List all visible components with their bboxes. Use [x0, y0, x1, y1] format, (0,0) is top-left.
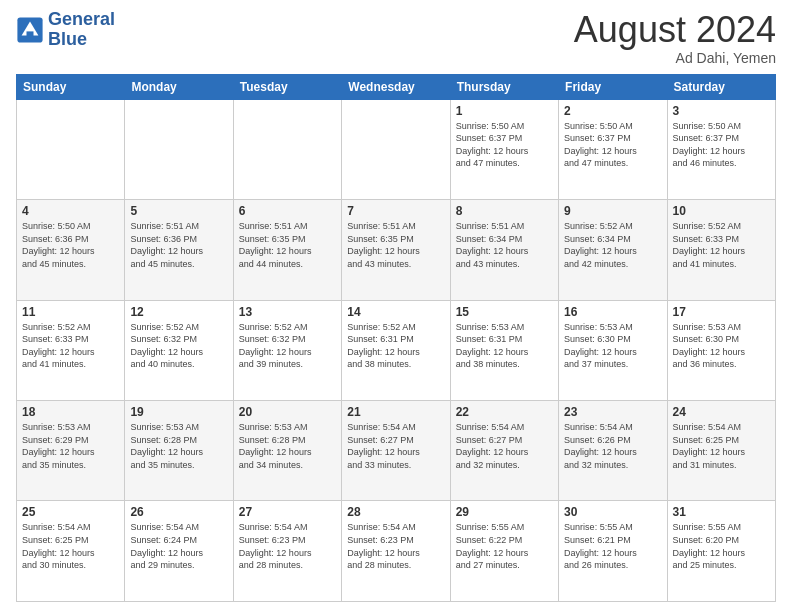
day-info: Sunrise: 5:55 AM Sunset: 6:22 PM Dayligh…: [456, 521, 553, 571]
day-number: 23: [564, 405, 661, 419]
day-number: 10: [673, 204, 770, 218]
day-number: 1: [456, 104, 553, 118]
day-number: 20: [239, 405, 336, 419]
day-number: 14: [347, 305, 444, 319]
day-number: 18: [22, 405, 119, 419]
day-info: Sunrise: 5:51 AM Sunset: 6:36 PM Dayligh…: [130, 220, 227, 270]
day-number: 22: [456, 405, 553, 419]
day-info: Sunrise: 5:50 AM Sunset: 6:36 PM Dayligh…: [22, 220, 119, 270]
day-number: 5: [130, 204, 227, 218]
day-number: 25: [22, 505, 119, 519]
day-number: 6: [239, 204, 336, 218]
day-info: Sunrise: 5:54 AM Sunset: 6:25 PM Dayligh…: [673, 421, 770, 471]
day-info: Sunrise: 5:52 AM Sunset: 6:33 PM Dayligh…: [22, 321, 119, 371]
calendar-cell: 12Sunrise: 5:52 AM Sunset: 6:32 PM Dayli…: [125, 300, 233, 400]
header: General Blue August 2024 Ad Dahi, Yemen: [16, 10, 776, 66]
col-friday: Friday: [559, 74, 667, 99]
col-tuesday: Tuesday: [233, 74, 341, 99]
day-number: 26: [130, 505, 227, 519]
title-block: August 2024 Ad Dahi, Yemen: [574, 10, 776, 66]
calendar-cell: [342, 99, 450, 199]
calendar-cell: 7Sunrise: 5:51 AM Sunset: 6:35 PM Daylig…: [342, 200, 450, 300]
calendar-cell: 6Sunrise: 5:51 AM Sunset: 6:35 PM Daylig…: [233, 200, 341, 300]
day-info: Sunrise: 5:53 AM Sunset: 6:29 PM Dayligh…: [22, 421, 119, 471]
day-info: Sunrise: 5:55 AM Sunset: 6:20 PM Dayligh…: [673, 521, 770, 571]
logo-line1: General: [48, 10, 115, 30]
calendar-cell: 8Sunrise: 5:51 AM Sunset: 6:34 PM Daylig…: [450, 200, 558, 300]
day-number: 24: [673, 405, 770, 419]
calendar-table: Sunday Monday Tuesday Wednesday Thursday…: [16, 74, 776, 602]
calendar-cell: 9Sunrise: 5:52 AM Sunset: 6:34 PM Daylig…: [559, 200, 667, 300]
day-number: 21: [347, 405, 444, 419]
calendar-cell: 27Sunrise: 5:54 AM Sunset: 6:23 PM Dayli…: [233, 501, 341, 602]
calendar-cell: 17Sunrise: 5:53 AM Sunset: 6:30 PM Dayli…: [667, 300, 775, 400]
logo-line2: Blue: [48, 30, 115, 50]
calendar-cell: 26Sunrise: 5:54 AM Sunset: 6:24 PM Dayli…: [125, 501, 233, 602]
calendar-cell: 19Sunrise: 5:53 AM Sunset: 6:28 PM Dayli…: [125, 401, 233, 501]
calendar-week-1: 1Sunrise: 5:50 AM Sunset: 6:37 PM Daylig…: [17, 99, 776, 199]
day-number: 17: [673, 305, 770, 319]
day-info: Sunrise: 5:54 AM Sunset: 6:25 PM Dayligh…: [22, 521, 119, 571]
calendar-week-5: 25Sunrise: 5:54 AM Sunset: 6:25 PM Dayli…: [17, 501, 776, 602]
calendar-cell: 30Sunrise: 5:55 AM Sunset: 6:21 PM Dayli…: [559, 501, 667, 602]
day-number: 3: [673, 104, 770, 118]
day-number: 11: [22, 305, 119, 319]
logo-text: General Blue: [48, 10, 115, 50]
calendar-cell: 24Sunrise: 5:54 AM Sunset: 6:25 PM Dayli…: [667, 401, 775, 501]
month-year: August 2024: [574, 10, 776, 50]
location: Ad Dahi, Yemen: [574, 50, 776, 66]
day-number: 19: [130, 405, 227, 419]
day-number: 27: [239, 505, 336, 519]
calendar-cell: 1Sunrise: 5:50 AM Sunset: 6:37 PM Daylig…: [450, 99, 558, 199]
day-info: Sunrise: 5:53 AM Sunset: 6:30 PM Dayligh…: [564, 321, 661, 371]
day-info: Sunrise: 5:50 AM Sunset: 6:37 PM Dayligh…: [673, 120, 770, 170]
day-number: 29: [456, 505, 553, 519]
day-number: 30: [564, 505, 661, 519]
day-number: 7: [347, 204, 444, 218]
logo-icon: [16, 16, 44, 44]
calendar-cell: 22Sunrise: 5:54 AM Sunset: 6:27 PM Dayli…: [450, 401, 558, 501]
day-info: Sunrise: 5:50 AM Sunset: 6:37 PM Dayligh…: [564, 120, 661, 170]
calendar-cell: 2Sunrise: 5:50 AM Sunset: 6:37 PM Daylig…: [559, 99, 667, 199]
logo: General Blue: [16, 10, 115, 50]
col-saturday: Saturday: [667, 74, 775, 99]
calendar-cell: 21Sunrise: 5:54 AM Sunset: 6:27 PM Dayli…: [342, 401, 450, 501]
calendar-cell: 15Sunrise: 5:53 AM Sunset: 6:31 PM Dayli…: [450, 300, 558, 400]
day-info: Sunrise: 5:53 AM Sunset: 6:30 PM Dayligh…: [673, 321, 770, 371]
calendar-cell: 3Sunrise: 5:50 AM Sunset: 6:37 PM Daylig…: [667, 99, 775, 199]
calendar-cell: 16Sunrise: 5:53 AM Sunset: 6:30 PM Dayli…: [559, 300, 667, 400]
day-number: 9: [564, 204, 661, 218]
day-info: Sunrise: 5:54 AM Sunset: 6:27 PM Dayligh…: [347, 421, 444, 471]
day-info: Sunrise: 5:53 AM Sunset: 6:28 PM Dayligh…: [239, 421, 336, 471]
calendar-cell: 20Sunrise: 5:53 AM Sunset: 6:28 PM Dayli…: [233, 401, 341, 501]
day-info: Sunrise: 5:54 AM Sunset: 6:23 PM Dayligh…: [347, 521, 444, 571]
day-info: Sunrise: 5:54 AM Sunset: 6:23 PM Dayligh…: [239, 521, 336, 571]
day-info: Sunrise: 5:51 AM Sunset: 6:35 PM Dayligh…: [347, 220, 444, 270]
day-number: 2: [564, 104, 661, 118]
day-info: Sunrise: 5:52 AM Sunset: 6:31 PM Dayligh…: [347, 321, 444, 371]
calendar-week-3: 11Sunrise: 5:52 AM Sunset: 6:33 PM Dayli…: [17, 300, 776, 400]
calendar-cell: 14Sunrise: 5:52 AM Sunset: 6:31 PM Dayli…: [342, 300, 450, 400]
calendar-cell: 18Sunrise: 5:53 AM Sunset: 6:29 PM Dayli…: [17, 401, 125, 501]
day-number: 12: [130, 305, 227, 319]
calendar-cell: 29Sunrise: 5:55 AM Sunset: 6:22 PM Dayli…: [450, 501, 558, 602]
day-number: 31: [673, 505, 770, 519]
calendar-header: Sunday Monday Tuesday Wednesday Thursday…: [17, 74, 776, 99]
day-info: Sunrise: 5:54 AM Sunset: 6:26 PM Dayligh…: [564, 421, 661, 471]
svg-rect-2: [27, 31, 34, 37]
day-number: 16: [564, 305, 661, 319]
calendar-week-4: 18Sunrise: 5:53 AM Sunset: 6:29 PM Dayli…: [17, 401, 776, 501]
page: General Blue August 2024 Ad Dahi, Yemen …: [0, 0, 792, 612]
col-wednesday: Wednesday: [342, 74, 450, 99]
day-number: 8: [456, 204, 553, 218]
calendar-cell: 13Sunrise: 5:52 AM Sunset: 6:32 PM Dayli…: [233, 300, 341, 400]
day-number: 4: [22, 204, 119, 218]
col-thursday: Thursday: [450, 74, 558, 99]
day-info: Sunrise: 5:51 AM Sunset: 6:34 PM Dayligh…: [456, 220, 553, 270]
calendar-cell: 4Sunrise: 5:50 AM Sunset: 6:36 PM Daylig…: [17, 200, 125, 300]
calendar-cell: 28Sunrise: 5:54 AM Sunset: 6:23 PM Dayli…: [342, 501, 450, 602]
calendar-cell: [125, 99, 233, 199]
calendar-body: 1Sunrise: 5:50 AM Sunset: 6:37 PM Daylig…: [17, 99, 776, 601]
header-row: Sunday Monday Tuesday Wednesday Thursday…: [17, 74, 776, 99]
day-info: Sunrise: 5:53 AM Sunset: 6:31 PM Dayligh…: [456, 321, 553, 371]
